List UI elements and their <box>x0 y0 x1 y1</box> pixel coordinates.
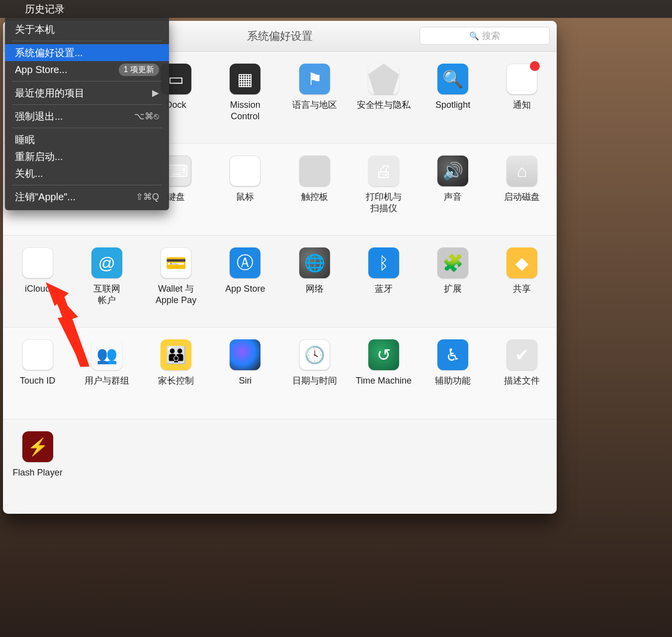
pref-label: 打印机与扫描仪 <box>364 191 404 214</box>
pref-siri[interactable]: Siri <box>211 339 280 409</box>
pref-label: Spotlight <box>433 99 472 111</box>
touch-icon: ◉ <box>22 339 53 370</box>
pref-label: 触控板 <box>299 191 330 203</box>
pref-lang[interactable]: ⚑语言与地区 <box>280 64 349 133</box>
lang-icon: ⚑ <box>299 64 330 94</box>
menu-app-store[interactable]: App Store... 1 项更新 <box>5 61 169 78</box>
pref-label: 启动磁盘 <box>502 191 542 203</box>
pref-icloud[interactable]: ☁iCloud <box>3 247 72 317</box>
pref-label: 安全性与隐私 <box>355 99 413 111</box>
menu-label: 睡眠 <box>15 133 35 147</box>
pref-label: 描述文件 <box>502 375 542 387</box>
pref-appst[interactable]: ⒶApp Store <box>211 247 280 317</box>
pref-section-4: ◉Touch ID👥用户与群组👪家长控制Siri🕓日期与时间↺Time Mach… <box>3 327 557 419</box>
menu-label: 关机... <box>15 167 43 180</box>
parent-icon: 👪 <box>161 339 191 370</box>
pref-label: 通知 <box>511 99 533 111</box>
appst-icon: Ⓐ <box>230 247 260 278</box>
menu-separator <box>12 104 162 105</box>
menu-restart[interactable]: 重新启动... <box>5 148 169 165</box>
pref-label: 语言与地区 <box>290 99 339 111</box>
icloud-icon: ☁ <box>22 247 53 278</box>
pref-label: Wallet 与Apple Pay <box>154 283 198 306</box>
pref-touch[interactable]: ◉Touch ID <box>3 339 72 409</box>
pref-users[interactable]: 👥用户与群组 <box>72 339 141 409</box>
net-icon: 🌐 <box>299 247 330 278</box>
menu-recent-items[interactable]: 最近使用的项目 ▶ <box>5 84 169 101</box>
pref-label: 网络 <box>304 283 326 295</box>
date-icon: 🕓 <box>299 339 330 370</box>
menu-force-quit[interactable]: 强制退出... ⌥⌘⎋ <box>5 108 169 125</box>
pref-startup[interactable]: ⌂启动磁盘 <box>488 156 557 225</box>
pref-mouse[interactable]: 鼠标 <box>211 156 280 225</box>
mouse-icon <box>230 156 260 186</box>
track-icon <box>299 156 330 186</box>
mc-icon: ▦ <box>230 64 260 94</box>
bt-icon: ᛒ <box>368 247 399 278</box>
pref-label: 蓝牙 <box>373 283 395 295</box>
pref-inet[interactable]: @互联网帐户 <box>72 247 141 317</box>
profile-icon: ✔ <box>506 339 537 370</box>
menu-logout[interactable]: 注销"Apple"... ⇧⌘Q <box>5 188 169 205</box>
pref-ext[interactable]: 🧩扩展 <box>419 247 488 317</box>
search-field[interactable]: 🔍 搜索 <box>420 27 550 45</box>
pref-label: 互联网帐户 <box>91 283 122 306</box>
wallet-icon: 💳 <box>161 247 191 278</box>
submenu-indicator-icon: ▶ <box>152 87 159 98</box>
pref-label: iCloud <box>23 283 52 295</box>
pref-print[interactable]: 🖨打印机与扫描仪 <box>349 156 418 225</box>
pref-flash[interactable]: ⚡Flash Player <box>3 431 72 501</box>
pref-label: 辅助功能 <box>433 375 473 387</box>
notif-icon <box>506 64 537 94</box>
pref-label: 声音 <box>442 191 464 203</box>
pref-profile[interactable]: ✔描述文件 <box>488 339 557 409</box>
pref-label: Siri <box>237 375 253 387</box>
pref-notif[interactable]: 通知 <box>488 64 557 133</box>
print-icon: 🖨 <box>368 156 399 186</box>
search-icon: 🔍 <box>469 31 479 41</box>
menubar-item-4[interactable]: 历史记录 <box>18 0 72 18</box>
pref-net[interactable]: 🌐网络 <box>280 247 349 317</box>
access-icon: ♿︎ <box>437 339 468 370</box>
pref-section-5: ⚡Flash Player <box>3 419 557 511</box>
apple-menu-dropdown: 关于本机 系统偏好设置... App Store... 1 项更新 最近使用的项… <box>5 18 169 210</box>
pref-track[interactable]: 触控板 <box>280 156 349 225</box>
pref-section-3: ☁iCloud@互联网帐户💳Wallet 与Apple PayⒶApp Stor… <box>3 236 557 327</box>
pref-sound[interactable]: 🔊声音 <box>419 156 488 225</box>
pref-share[interactable]: ◆共享 <box>488 247 557 317</box>
pref-sec[interactable]: 安全性与隐私 <box>349 64 418 133</box>
pref-bt[interactable]: ᛒ蓝牙 <box>349 247 418 317</box>
menu-separator <box>12 128 162 128</box>
menu-about-this-mac[interactable]: 关于本机 <box>5 21 169 38</box>
menu-shortcut: ⇧⌘Q <box>136 191 159 202</box>
pref-label: 共享 <box>511 283 533 295</box>
menu-label: 关于本机 <box>15 23 55 36</box>
search-placeholder: 搜索 <box>482 30 500 42</box>
menu-label: 最近使用的项目 <box>15 86 84 100</box>
pref-mc[interactable]: ▦MissionControl <box>211 64 280 133</box>
spot-icon: 🔍 <box>437 64 468 94</box>
menu-shutdown[interactable]: 关机... <box>5 165 169 182</box>
menu-system-preferences[interactable]: 系统偏好设置... <box>5 44 169 61</box>
menu-label: 强制退出... <box>15 110 63 123</box>
pref-label: 用户与群组 <box>83 375 131 387</box>
pref-date[interactable]: 🕓日期与时间 <box>280 339 349 409</box>
menu-shortcut: ⌥⌘⎋ <box>134 111 159 122</box>
pref-label: App Store <box>223 283 267 295</box>
pref-tm[interactable]: ↺Time Machine <box>349 339 418 409</box>
menu-label: 注销"Apple"... <box>15 190 76 204</box>
menu-label: 重新启动... <box>15 150 63 163</box>
pref-spot[interactable]: 🔍Spotlight <box>419 64 488 133</box>
menubar: Safari文件编辑显示历史记录书签开发窗口帮助 <box>0 0 672 18</box>
pref-parent[interactable]: 👪家长控制 <box>142 339 211 409</box>
pref-label: 鼠标 <box>234 191 256 203</box>
pref-label: 家长控制 <box>156 375 196 387</box>
menu-label: App Store... <box>15 64 68 76</box>
menu-separator <box>12 81 162 81</box>
pref-access[interactable]: ♿︎辅助功能 <box>419 339 488 409</box>
ext-icon: 🧩 <box>437 247 468 278</box>
sound-icon: 🔊 <box>437 156 468 186</box>
pref-wallet[interactable]: 💳Wallet 与Apple Pay <box>142 247 211 317</box>
menu-sleep[interactable]: 睡眠 <box>5 131 169 148</box>
startup-icon: ⌂ <box>506 156 537 186</box>
